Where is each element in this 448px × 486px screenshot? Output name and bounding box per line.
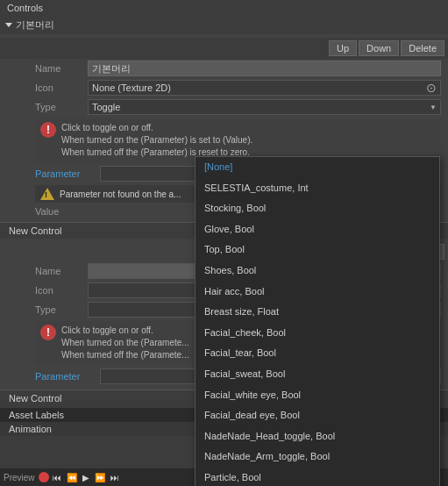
main-panel: Controls 기본머리 Up Down Delete Name Icon N…: [0, 0, 448, 486]
info-icon: !: [40, 122, 56, 138]
new-type-label: Type: [35, 304, 88, 315]
dropdown-item-6[interactable]: Hair acc, Bool: [196, 282, 439, 303]
dropdown-item-4[interactable]: Top, Bool: [196, 239, 439, 261]
info-line1: Click to toggle on or off.: [61, 122, 252, 134]
controls-header: Controls: [0, 0, 448, 16]
dropdown-item-12[interactable]: Facial_dead eye, Bool: [196, 405, 439, 426]
new-info-line2: When turned on the (Paramete...: [61, 337, 189, 349]
section1-triangle: [5, 23, 12, 27]
icon-circle-btn[interactable]: ⊙: [426, 81, 437, 95]
dropdown-item-8[interactable]: Facial_cheek, Bool: [196, 323, 439, 344]
value-label: Value: [35, 206, 96, 217]
name-input[interactable]: [88, 61, 441, 76]
info-line2: When turned on the (Parameter) is set to…: [61, 134, 252, 147]
new-icon-label: Icon: [35, 285, 88, 296]
dropdown-item-9[interactable]: Facial_tear, Bool: [196, 343, 439, 364]
controls-label-text: Controls: [7, 3, 43, 13]
icon-select[interactable]: None (Texture 2D) ⊙: [88, 80, 441, 96]
type-label: Type: [35, 102, 88, 112]
new-info-icon: !: [40, 325, 56, 340]
parameter-label: Parameter: [35, 168, 96, 179]
step-forward-button[interactable]: ⏩: [93, 473, 107, 482]
step-back-button[interactable]: ⏪: [65, 473, 79, 482]
skip-forward-button[interactable]: ⏭: [109, 473, 121, 482]
new-info-line3: When turned off the (Paramete...: [61, 349, 189, 361]
type-select[interactable]: Toggle ▼: [88, 99, 441, 115]
icon-label: Icon: [35, 82, 88, 93]
warning-text: Parameter not found on the a...: [60, 189, 181, 199]
dropdown-item-2[interactable]: Stocking, Bool: [196, 198, 439, 219]
dropdown-item-1[interactable]: SELESTIA_costume, Int: [196, 178, 439, 199]
skip-back-button[interactable]: ⏮: [51, 473, 63, 482]
dropdown-item-none[interactable]: [None]: [196, 157, 439, 178]
new-control2-label: New Control: [9, 393, 62, 404]
down-button[interactable]: Down: [359, 40, 399, 56]
new-control1-label: New Control: [9, 225, 62, 236]
asset-labels-text: Asset Labels: [9, 410, 64, 420]
play-button[interactable]: ▶: [81, 473, 91, 482]
dropdown-item-13[interactable]: NadeNade_Head_toggle, Bool: [196, 426, 439, 447]
section1-header[interactable]: 기본머리: [0, 16, 448, 34]
animation-label: Animation: [9, 424, 52, 434]
icon-value: None (Texture 2D): [92, 82, 171, 93]
preview-label: Preview: [4, 473, 35, 482]
warn-icon: [40, 188, 54, 200]
name-label: Name: [35, 63, 88, 74]
play-controls: ⏮ ⏪ ▶ ⏩ ⏭: [39, 472, 121, 482]
new-parameter-label: Parameter: [35, 371, 96, 382]
top-buttons-row: Up Down Delete: [0, 38, 448, 59]
dropdown-item-5[interactable]: Shoes, Bool: [196, 261, 439, 282]
type-value: Toggle: [92, 102, 120, 112]
info-text: Click to toggle on or off. When turned o…: [61, 122, 252, 159]
dropdown-item-14[interactable]: NadeNade_Arm_toggle, Bool: [196, 447, 439, 468]
up-button[interactable]: Up: [329, 40, 357, 56]
icon-row: Icon None (Texture 2D) ⊙: [0, 78, 448, 97]
new-info-text: Click to toggle on or off. When turned o…: [61, 325, 189, 361]
dropdown-item-10[interactable]: Facial_sweat, Bool: [196, 364, 439, 385]
type-arrow: ▼: [430, 104, 437, 111]
record-button[interactable]: [39, 472, 49, 482]
dropdown-item-15[interactable]: Particle, Bool: [196, 468, 439, 486]
dropdown-item-7[interactable]: Breast size, Float: [196, 302, 439, 323]
new-name-label: Name: [35, 266, 88, 276]
new-info-line1: Click to toggle on or off.: [61, 325, 189, 337]
delete-button[interactable]: Delete: [401, 40, 444, 56]
dropdown-item-3[interactable]: Glove, Bool: [196, 219, 439, 240]
type-row: Type Toggle ▼: [0, 97, 448, 117]
parameter-dropdown[interactable]: [None] SELESTIA_costume, Int Stocking, B…: [195, 156, 440, 486]
name-row: Name: [0, 59, 448, 78]
section1-name: 기본머리: [16, 18, 54, 32]
dropdown-item-11[interactable]: Facial_white eye, Bool: [196, 385, 439, 406]
